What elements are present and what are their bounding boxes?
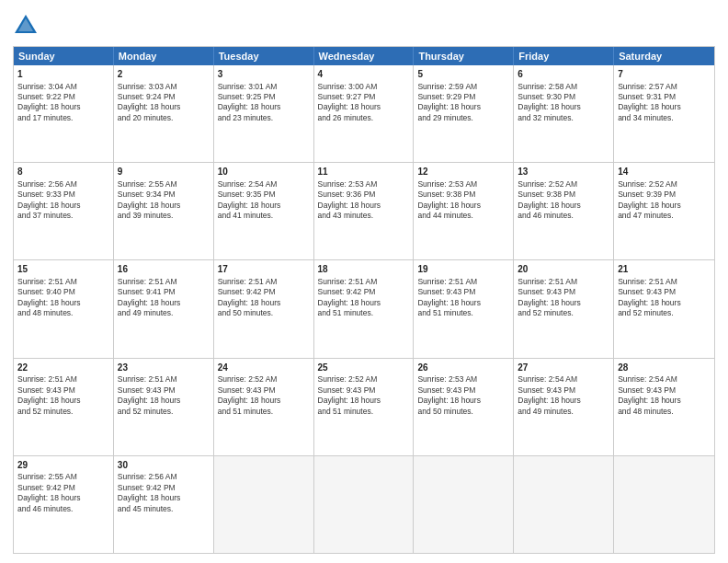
calendar: SundayMondayTuesdayWednesdayThursdayFrid…: [13, 46, 715, 554]
day-number: 27: [518, 362, 609, 374]
day-info-line: Sunrise: 2:51 AM: [518, 277, 609, 287]
day-info-line: Sunset: 9:43 PM: [218, 385, 310, 396]
day-number: 11: [318, 166, 410, 178]
day-info-line: Sunrise: 2:51 AM: [17, 374, 109, 385]
calendar-cell: 3Sunrise: 3:01 AMSunset: 9:25 PMDaylight…: [214, 65, 314, 162]
day-info-line: Sunset: 9:43 PM: [417, 385, 509, 396]
day-info-line: and 37 minutes.: [17, 211, 109, 221]
day-info-line: Sunrise: 2:53 AM: [417, 179, 509, 190]
day-info-line: Sunset: 9:42 PM: [318, 287, 410, 297]
day-info-line: and 50 minutes.: [417, 407, 509, 417]
day-info-line: Daylight: 18 hours: [518, 298, 609, 308]
calendar-cell: [514, 456, 614, 553]
day-info-line: Sunset: 9:33 PM: [17, 190, 109, 200]
day-info-line: Daylight: 18 hours: [618, 298, 711, 308]
calendar-row: 22Sunrise: 2:51 AMSunset: 9:43 PMDayligh…: [14, 358, 714, 455]
day-info-line: Sunset: 9:24 PM: [118, 92, 210, 102]
day-number: 22: [17, 362, 109, 374]
day-info-line: Daylight: 18 hours: [218, 102, 310, 112]
day-info-line: and 41 minutes.: [218, 211, 310, 221]
day-info-line: Sunset: 9:43 PM: [618, 385, 711, 396]
day-number: 4: [318, 68, 410, 81]
day-info-line: Daylight: 18 hours: [417, 298, 509, 308]
calendar-cell: 9Sunrise: 2:55 AMSunset: 9:34 PMDaylight…: [114, 163, 214, 259]
day-info-line: Daylight: 18 hours: [618, 396, 711, 406]
header-day-sunday: Sunday: [14, 47, 114, 65]
day-info-line: Sunset: 9:43 PM: [618, 287, 711, 297]
header-day-wednesday: Wednesday: [314, 47, 415, 65]
day-info-line: Daylight: 18 hours: [318, 298, 410, 308]
day-info-line: Sunset: 9:25 PM: [218, 92, 310, 102]
day-info-line: Sunrise: 2:54 AM: [218, 179, 310, 190]
day-info-line: and 23 minutes.: [218, 113, 310, 123]
day-info-line: and 44 minutes.: [417, 211, 509, 221]
day-number: 12: [417, 166, 509, 178]
calendar-cell: 1Sunrise: 3:04 AMSunset: 9:22 PMDaylight…: [14, 65, 114, 162]
calendar-cell: [614, 456, 714, 553]
day-info-line: Sunset: 9:27 PM: [318, 92, 410, 102]
day-info-line: and 49 minutes.: [118, 308, 210, 318]
day-info-line: Sunset: 9:29 PM: [417, 92, 509, 102]
day-number: 10: [218, 166, 310, 178]
day-info-line: Sunset: 9:36 PM: [318, 190, 410, 200]
calendar-cell: 12Sunrise: 2:53 AMSunset: 9:38 PMDayligh…: [414, 163, 514, 259]
day-info-line: Sunset: 9:43 PM: [518, 287, 609, 297]
day-info-line: and 52 minutes.: [17, 407, 109, 417]
calendar-cell: [314, 456, 415, 553]
day-info-line: Sunrise: 3:01 AM: [218, 82, 310, 92]
day-info-line: Sunset: 9:40 PM: [17, 287, 109, 297]
calendar-cell: 25Sunrise: 2:52 AMSunset: 9:43 PMDayligh…: [314, 359, 415, 455]
day-info-line: Sunset: 9:43 PM: [417, 287, 509, 297]
day-info-line: and 51 minutes.: [218, 407, 310, 417]
day-info-line: Daylight: 18 hours: [618, 102, 711, 112]
day-info-line: Sunset: 9:42 PM: [118, 483, 210, 493]
day-info-line: Daylight: 18 hours: [118, 493, 210, 503]
day-info-line: Sunrise: 2:58 AM: [518, 82, 609, 92]
calendar-cell: 10Sunrise: 2:54 AMSunset: 9:35 PMDayligh…: [214, 163, 314, 259]
day-info-line: Daylight: 18 hours: [118, 298, 210, 308]
day-number: 28: [618, 362, 711, 374]
calendar-row: 29Sunrise: 2:55 AMSunset: 9:42 PMDayligh…: [14, 455, 714, 553]
day-info-line: Daylight: 18 hours: [318, 396, 410, 406]
day-info-line: Sunrise: 2:55 AM: [118, 179, 210, 190]
day-info-line: Sunrise: 2:52 AM: [318, 374, 410, 385]
day-info-line: and 51 minutes.: [417, 308, 509, 318]
day-info-line: Sunrise: 2:51 AM: [118, 277, 210, 287]
calendar-cell: 26Sunrise: 2:53 AMSunset: 9:43 PMDayligh…: [414, 359, 514, 455]
day-number: 24: [218, 362, 310, 374]
day-info-line: Sunrise: 2:51 AM: [618, 277, 711, 287]
calendar-cell: 28Sunrise: 2:54 AMSunset: 9:43 PMDayligh…: [614, 359, 714, 455]
calendar-cell: [414, 456, 514, 553]
day-number: 6: [518, 68, 609, 81]
day-info-line: and 34 minutes.: [618, 113, 711, 123]
day-info-line: Sunrise: 2:51 AM: [17, 277, 109, 287]
day-info-line: Sunrise: 2:52 AM: [518, 179, 609, 190]
calendar-cell: 18Sunrise: 2:51 AMSunset: 9:42 PMDayligh…: [314, 260, 415, 357]
day-info-line: Sunset: 9:42 PM: [17, 483, 109, 493]
day-info-line: and 48 minutes.: [17, 308, 109, 318]
day-info-line: Sunrise: 3:04 AM: [17, 82, 109, 92]
calendar-cell: [214, 456, 314, 553]
calendar-cell: 22Sunrise: 2:51 AMSunset: 9:43 PMDayligh…: [14, 359, 114, 455]
day-info-line: Sunrise: 2:51 AM: [218, 277, 310, 287]
calendar-cell: 11Sunrise: 2:53 AMSunset: 9:36 PMDayligh…: [314, 163, 415, 259]
calendar-cell: 24Sunrise: 2:52 AMSunset: 9:43 PMDayligh…: [214, 359, 314, 455]
calendar-header: SundayMondayTuesdayWednesdayThursdayFrid…: [14, 47, 714, 65]
day-info-line: Daylight: 18 hours: [17, 396, 109, 406]
day-info-line: Sunset: 9:43 PM: [17, 385, 109, 396]
day-info-line: Daylight: 18 hours: [518, 396, 609, 406]
calendar-cell: 30Sunrise: 2:56 AMSunset: 9:42 PMDayligh…: [114, 456, 214, 553]
day-info-line: Sunset: 9:43 PM: [318, 385, 410, 396]
calendar-cell: 13Sunrise: 2:52 AMSunset: 9:38 PMDayligh…: [514, 163, 614, 259]
calendar-cell: 7Sunrise: 2:57 AMSunset: 9:31 PMDaylight…: [614, 65, 714, 162]
header-day-thursday: Thursday: [414, 47, 514, 65]
day-info-line: Sunrise: 2:52 AM: [218, 374, 310, 385]
day-number: 3: [218, 68, 310, 81]
calendar-row: 15Sunrise: 2:51 AMSunset: 9:40 PMDayligh…: [14, 259, 714, 357]
calendar-cell: 14Sunrise: 2:52 AMSunset: 9:39 PMDayligh…: [614, 163, 714, 259]
day-info-line: Sunset: 9:38 PM: [417, 190, 509, 200]
day-info-line: Daylight: 18 hours: [318, 201, 410, 211]
day-info-line: Sunset: 9:34 PM: [118, 190, 210, 200]
day-info-line: and 32 minutes.: [518, 113, 609, 123]
day-info-line: and 29 minutes.: [417, 113, 509, 123]
